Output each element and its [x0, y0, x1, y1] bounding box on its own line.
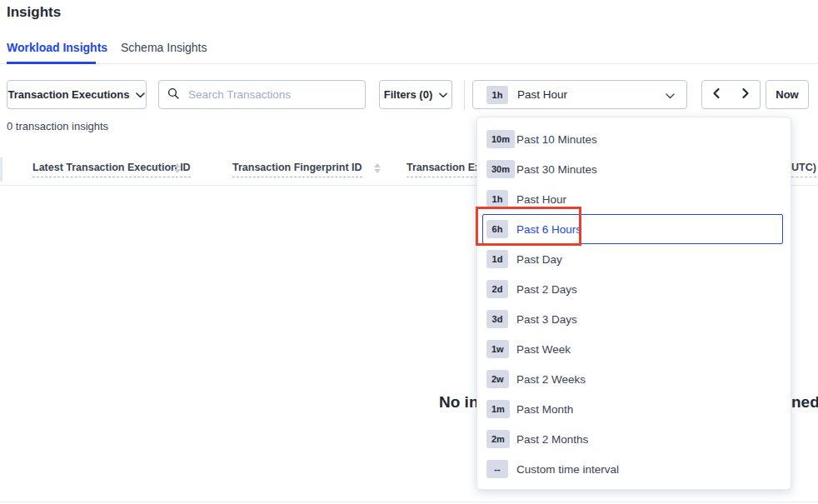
time-option-badge: 1h [486, 190, 508, 208]
time-option-label: Custom time interval [516, 463, 619, 476]
filters-label: Filters (0) [384, 88, 433, 101]
time-option-badge: 30m [486, 160, 515, 178]
time-option-1h[interactable]: 1h Past Hour [482, 184, 783, 214]
time-option-label: Past Week [516, 343, 571, 356]
search-input[interactable] [187, 87, 357, 102]
sort-icon[interactable] [374, 163, 381, 173]
column-header-transaction-fingerprint-id[interactable]: Transaction Fingerprint ID [232, 162, 362, 177]
insights-count: 0 transaction insights [7, 120, 108, 132]
time-option-custom[interactable]: -- Custom time interval [482, 454, 783, 484]
tab-schema-insights[interactable]: Schema Insights [121, 41, 207, 54]
insights-page: Insights Workload Insights Schema Insigh… [0, 0, 818, 504]
chevron-down-icon [136, 88, 145, 101]
time-option-label: Past 2 Weeks [516, 373, 586, 386]
time-interval-dropdown: 10m Past 10 Minutes 30m Past 30 Minutes … [476, 117, 791, 490]
time-option-label: Past 10 Minutes [516, 133, 597, 146]
table-left-edge [0, 157, 2, 182]
filters-button[interactable]: Filters (0) [379, 80, 452, 109]
chevron-down-icon [439, 88, 447, 101]
search-box[interactable] [158, 80, 366, 109]
time-interval-label: Past Hour [517, 88, 666, 101]
search-icon [167, 87, 179, 102]
time-option-label: Past 3 Days [516, 313, 577, 326]
chevron-down-icon [666, 87, 675, 102]
time-option-2d[interactable]: 2d Past 2 Days [482, 274, 783, 304]
time-option-label: Past 2 Days [516, 283, 577, 296]
column-header-transaction-ex[interactable]: Transaction Ex [407, 162, 486, 177]
toolbar-divider [464, 80, 465, 109]
time-option-badge: 1w [486, 340, 509, 358]
time-option-1w[interactable]: 1w Past Week [482, 334, 783, 364]
time-option-10m[interactable]: 10m Past 10 Minutes [482, 124, 783, 154]
chevron-right-icon [741, 87, 751, 102]
time-option-label: Past 2 Months [516, 433, 588, 446]
time-option-30m[interactable]: 30m Past 30 Minutes [482, 154, 783, 184]
time-option-badge: 2w [486, 370, 509, 388]
time-option-badge: 2d [486, 280, 508, 298]
chevron-left-icon [711, 87, 721, 102]
time-interval-badge: 1h [486, 86, 508, 104]
time-option-badge: 6h [486, 220, 508, 238]
page-bottom-border [0, 502, 818, 502]
time-option-badge: 1d [486, 250, 508, 268]
column-header-latest-transaction-execution-id[interactable]: Latest Transaction Execution ID [32, 162, 191, 177]
now-label: Now [776, 88, 798, 101]
column-header-utc[interactable]: UTC) [791, 162, 816, 177]
time-option-1d[interactable]: 1d Past Day [482, 244, 783, 274]
time-option-badge: 3d [486, 310, 508, 328]
sort-icon[interactable] [174, 163, 181, 173]
time-option-label: Past 6 Hours [516, 223, 581, 236]
time-option-label: Past Hour [516, 193, 566, 206]
empty-state-text-left: No in [439, 393, 479, 412]
active-tab-indicator [7, 62, 96, 64]
time-option-label: Past Month [516, 403, 573, 416]
time-option-label: Past Day [516, 253, 562, 266]
time-interval-select[interactable]: 1h Past Hour [472, 80, 687, 109]
time-next-button[interactable] [731, 80, 761, 109]
transaction-type-label: Transaction Executions [8, 88, 130, 101]
time-option-2m[interactable]: 2m Past 2 Months [482, 424, 783, 454]
time-option-label: Past 30 Minutes [516, 163, 597, 176]
transaction-type-select[interactable]: Transaction Executions [7, 80, 147, 109]
time-option-2w[interactable]: 2w Past 2 Weeks [482, 364, 783, 394]
time-option-badge: -- [486, 460, 508, 478]
tabs-divider [0, 63, 818, 64]
now-button[interactable]: Now [766, 80, 809, 109]
time-option-badge: 10m [486, 130, 515, 148]
time-dropdown-list: 10m Past 10 Minutes 30m Past 30 Minutes … [477, 124, 791, 484]
empty-state-text-right: ned. [791, 393, 818, 412]
page-title: Insights [7, 4, 61, 21]
time-option-1m[interactable]: 1m Past Month [482, 394, 783, 424]
time-option-badge: 1m [486, 400, 510, 418]
tab-workload-insights[interactable]: Workload Insights [7, 41, 107, 54]
time-prev-button[interactable] [701, 80, 731, 109]
time-option-3d[interactable]: 3d Past 3 Days [482, 304, 783, 334]
time-option-6h[interactable]: 6h Past 6 Hours [482, 214, 783, 244]
time-option-badge: 2m [486, 430, 510, 448]
